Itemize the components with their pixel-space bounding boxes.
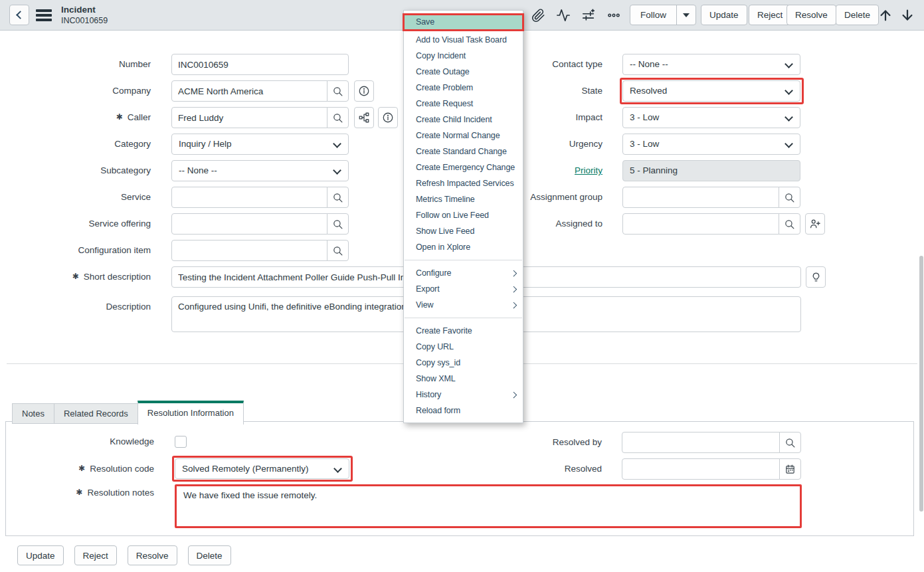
service-input[interactable] — [171, 187, 327, 208]
caller-preview-button[interactable] — [378, 107, 398, 128]
menu-item-copy-url[interactable]: Copy URL — [404, 339, 523, 355]
service-offering-search-button[interactable] — [327, 213, 349, 235]
menu-item-create-outage[interactable]: Create Outage — [404, 64, 523, 80]
knowledge-checkbox[interactable] — [175, 436, 187, 448]
urgency-select[interactable]: 3 - Low — [622, 134, 800, 155]
menu-item-open-in-xplore[interactable]: Open in Xplore — [404, 239, 523, 255]
caller-related-records-button[interactable] — [354, 107, 374, 128]
assigned-to-input[interactable] — [622, 213, 779, 235]
follow-button-label: Follow — [630, 10, 676, 20]
category-select[interactable]: Inquiry / Help — [171, 134, 349, 155]
impact-value: 3 - Low — [630, 112, 659, 122]
menu-item-show-xml[interactable]: Show XML — [404, 371, 523, 387]
tab-notes[interactable]: Notes — [12, 403, 54, 424]
footer-reject-button[interactable]: Reject — [74, 545, 117, 565]
resolution-notes-textarea[interactable]: We have fixed the issue remotely. — [177, 486, 800, 526]
menu-item-view[interactable]: View — [404, 297, 523, 313]
assignment-group-search-button[interactable] — [779, 187, 800, 208]
company-label: Company — [0, 80, 151, 102]
configuration-item-search-button[interactable] — [327, 240, 349, 261]
service-search-button[interactable] — [327, 187, 349, 208]
follow-dropdown-toggle[interactable] — [676, 5, 695, 25]
impact-select[interactable]: 3 - Low — [622, 107, 800, 128]
resolve-button[interactable]: Resolve — [786, 5, 836, 25]
resolved-calendar-button[interactable] — [779, 458, 801, 480]
menu-item-save[interactable]: Save — [403, 13, 524, 31]
delete-button[interactable]: Delete — [836, 5, 879, 25]
service-offering-input[interactable] — [171, 213, 327, 235]
company-preview-button[interactable] — [354, 80, 374, 102]
footer-update-button[interactable]: Update — [17, 545, 64, 565]
context-menu-icon[interactable] — [36, 9, 52, 21]
contact-type-select[interactable]: -- None -- — [622, 54, 800, 75]
menu-item-label: View — [416, 300, 433, 310]
menu-item-create-favorite[interactable]: Create Favorite — [404, 323, 523, 339]
search-icon — [784, 192, 795, 203]
menu-item-show-live-feed[interactable]: Show Live Feed — [404, 223, 523, 239]
page-title: Incident — [61, 4, 108, 15]
menu-separator — [405, 318, 522, 318]
resolved-by-input[interactable] — [622, 432, 780, 453]
menu-item-copy-sys-id[interactable]: Copy sys_id — [404, 355, 523, 371]
calendar-icon — [785, 464, 796, 475]
menu-item-create-standard-change[interactable]: Create Standard Change — [404, 143, 523, 159]
scroll-up-icon[interactable] — [877, 6, 894, 25]
attachment-icon[interactable] — [531, 8, 545, 23]
priority-link[interactable]: Priority — [575, 165, 602, 175]
caller-input[interactable] — [171, 107, 327, 128]
resolved-label: Resolved — [405, 458, 602, 480]
menu-item-create-normal-change[interactable]: Create Normal Change — [404, 128, 523, 143]
header-icon-toolbar — [531, 8, 621, 23]
menu-item-create-child-incident[interactable]: Create Child Incident — [404, 112, 523, 128]
service-offering-label: Service offering — [0, 213, 151, 235]
subcategory-select[interactable]: -- None -- — [171, 160, 349, 181]
company-search-button[interactable] — [327, 80, 349, 102]
resolution-code-value: Solved Remotely (Permanently) — [182, 464, 309, 474]
assignment-group-input[interactable] — [622, 187, 779, 208]
menu-item-create-request[interactable]: Create Request — [404, 96, 523, 112]
personalize-form-icon[interactable] — [581, 8, 596, 23]
resolution-notes-highlight-box: We have fixed the issue remotely. — [175, 484, 802, 528]
configuration-item-field — [171, 240, 349, 261]
footer-delete-button[interactable]: Delete — [188, 545, 231, 565]
back-button[interactable] — [9, 5, 29, 25]
menu-item-export[interactable]: Export — [404, 281, 523, 297]
number-input[interactable] — [171, 54, 349, 75]
caller-search-button[interactable] — [327, 107, 349, 128]
tab-related-records[interactable]: Related Records — [54, 403, 138, 424]
menu-item-reload-form[interactable]: Reload form — [404, 403, 523, 419]
vertical-scrollbar[interactable] — [919, 256, 923, 512]
menu-item-create-problem[interactable]: Create Problem — [404, 80, 523, 96]
menu-item-label: Configure — [416, 268, 451, 278]
record-number-label: INC0010659 — [61, 15, 108, 27]
chevron-right-icon — [510, 286, 516, 292]
menu-item-metrics-timeline[interactable]: Metrics Timeline — [404, 191, 523, 207]
search-icon — [332, 192, 343, 203]
resolved-field — [622, 458, 801, 480]
more-options-icon[interactable] — [606, 8, 621, 23]
follow-button[interactable]: Follow — [630, 5, 696, 25]
company-field — [171, 80, 349, 102]
configuration-item-input[interactable] — [171, 240, 327, 261]
scroll-down-icon[interactable] — [899, 6, 916, 25]
assign-to-me-button[interactable] — [805, 213, 825, 235]
company-input[interactable] — [171, 80, 327, 102]
resolved-input[interactable] — [622, 458, 780, 480]
menu-item-create-emergency-change[interactable]: Create Emergency Change — [404, 159, 523, 175]
menu-item-history[interactable]: History — [404, 387, 523, 403]
activity-stream-icon[interactable] — [556, 8, 571, 23]
assigned-to-search-button[interactable] — [779, 213, 800, 235]
menu-item-follow-on-live-feed[interactable]: Follow on Live Feed — [404, 207, 523, 223]
menu-item-configure[interactable]: Configure — [404, 265, 523, 281]
state-select[interactable]: Resolved — [622, 80, 800, 102]
footer-resolve-button[interactable]: Resolve — [128, 545, 177, 565]
menu-item-refresh-impacted-services[interactable]: Refresh Impacted Services — [404, 175, 523, 191]
resolution-code-select[interactable]: Solved Remotely (Permanently) — [175, 458, 349, 479]
update-button[interactable]: Update — [701, 5, 747, 25]
suggestion-button[interactable] — [806, 266, 826, 288]
reject-button[interactable]: Reject — [749, 5, 791, 25]
resolved-by-search-button[interactable] — [779, 432, 801, 453]
menu-item-copy-incident[interactable]: Copy Incident — [404, 48, 523, 64]
menu-item-add-to-visual-task-board[interactable]: Add to Visual Task Board — [404, 32, 523, 48]
tab-resolution-information[interactable]: Resolution Information — [138, 401, 244, 425]
